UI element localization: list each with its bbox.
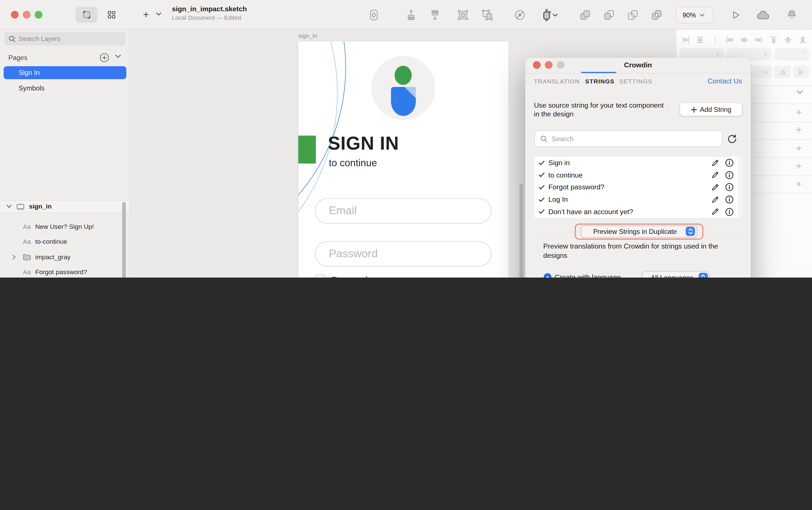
toggle-canvas-view-button[interactable] [76, 7, 97, 23]
symbol-icon[interactable] [367, 8, 381, 22]
add-style-button[interactable]: + [796, 160, 802, 172]
minimize-icon[interactable] [23, 11, 31, 19]
tab-settings[interactable]: SETTINGS [619, 78, 652, 84]
all-languages-dropdown[interactable]: All Languages [642, 271, 709, 277]
contact-us-link[interactable]: Contact Us [707, 77, 742, 85]
dialog-search-input[interactable]: Search [534, 130, 723, 147]
preview-strings-dropdown[interactable]: Preview Strings in Duplicate [581, 226, 697, 237]
notifications-button[interactable] [787, 0, 797, 30]
string-row[interactable]: to continue [534, 169, 743, 181]
collapse-pages-icon[interactable] [115, 54, 121, 59]
group-icon[interactable] [456, 8, 470, 22]
info-icon[interactable] [725, 207, 734, 216]
add-style-button[interactable]: + [796, 143, 802, 154]
ungroup-icon[interactable] [481, 8, 494, 22]
heading-accent-block [298, 136, 316, 163]
toggle-grid-view-button[interactable] [100, 7, 122, 23]
sign-in-artboard[interactable]: SIGN IN to continue Email Password Remem… [298, 41, 509, 277]
sidebar-page-symbols[interactable]: Symbols [4, 82, 126, 95]
string-row[interactable]: Forgot password? [534, 181, 743, 193]
tab-strings[interactable]: STRINGS [585, 78, 615, 84]
section-collapse-chevron-icon[interactable] [796, 90, 803, 95]
chevron-down-icon[interactable] [552, 8, 558, 22]
edit-pencil-icon[interactable] [711, 171, 719, 179]
create-with-language-radio[interactable] [544, 273, 552, 277]
search-icon [540, 135, 548, 143]
edit-pencil-icon[interactable] [711, 207, 719, 216]
mask-icon[interactable] [513, 8, 527, 22]
add-style-button[interactable]: + [796, 124, 802, 136]
cloud-sync-button[interactable] [756, 0, 770, 30]
move-forward-icon[interactable] [404, 8, 418, 22]
distribute-vertically-icon[interactable] [696, 36, 704, 44]
artboard-layer-header[interactable]: sign_in [0, 200, 129, 213]
preview-play-button[interactable] [732, 0, 741, 30]
boolean-intersect-icon[interactable] [626, 8, 640, 22]
sidebar-scrollbar[interactable] [122, 202, 126, 277]
align-middle-vertical-icon[interactable] [784, 36, 792, 44]
info-icon[interactable] [725, 171, 734, 179]
boolean-difference-icon[interactable] [650, 8, 663, 22]
info-icon[interactable] [725, 183, 734, 191]
edit-pencil-icon[interactable] [711, 183, 719, 191]
align-center-horizontal-icon[interactable] [740, 36, 748, 44]
check-icon [539, 185, 545, 190]
dialog-search-placeholder: Search [551, 135, 574, 143]
string-text: Log In [548, 196, 711, 204]
to-continue-subheading: to continue [329, 157, 377, 169]
boolean-subtract-icon[interactable] [602, 8, 616, 22]
sign-in-heading: SIGN IN [328, 132, 399, 154]
layer-row-new-user-sign-up-[interactable]: AaNew User? Sign Up! [0, 219, 125, 234]
zoom-level-value: 90% [683, 11, 696, 19]
string-text: Forgot password? [548, 183, 711, 191]
align-right-icon[interactable] [755, 36, 763, 44]
dropdown-stepper-icon [686, 227, 695, 236]
align-left-icon[interactable] [725, 36, 734, 44]
document-title-block: sign_in_impact.sketch Local Document — E… [172, 5, 247, 21]
layer-row-impact-gray[interactable]: impact_gray [0, 249, 125, 265]
add-page-button[interactable] [99, 53, 109, 63]
close-icon[interactable] [11, 11, 19, 19]
check-icon [539, 160, 545, 166]
layer-name: Forgot password? [35, 269, 87, 276]
insert-plus-button[interactable]: + [143, 9, 149, 21]
distribute-horizontally-icon[interactable] [682, 36, 690, 44]
preview-strings-highlight: Preview Strings in Duplicate [575, 223, 703, 240]
sidebar-page-sign-in[interactable]: Sign In [4, 66, 126, 79]
edit-pencil-icon[interactable] [711, 159, 719, 168]
info-icon[interactable] [725, 195, 734, 204]
boolean-union-icon[interactable] [579, 8, 592, 22]
layer-row-forgot-password-[interactable]: AaForgot password? [0, 265, 125, 277]
artboard-title-label[interactable]: sign_in [298, 33, 317, 39]
chevron-down-icon[interactable] [6, 205, 12, 209]
string-row[interactable]: Sign in [534, 157, 743, 169]
refresh-strings-button[interactable] [728, 134, 737, 143]
string-row[interactable]: Don’t have an account yet? [534, 206, 743, 218]
align-top-icon[interactable] [769, 36, 777, 44]
string-row[interactable]: Log In [534, 193, 743, 206]
strings-list-scrollbar[interactable] [738, 157, 743, 218]
zoom-icon[interactable] [35, 11, 42, 19]
search-layers-input[interactable]: Search Layers [4, 32, 126, 46]
info-icon[interactable] [725, 159, 734, 168]
layer-name: to-continue [35, 238, 67, 245]
zoom-level-dropdown[interactable]: 90% [676, 7, 714, 23]
add-string-button[interactable]: Add String [680, 103, 742, 116]
insert-chevron-icon[interactable] [156, 12, 162, 16]
chevron-right-icon[interactable] [12, 254, 16, 260]
move-backward-icon[interactable] [428, 8, 442, 22]
more-options-icon[interactable] [711, 36, 719, 44]
edit-pencil-icon[interactable] [711, 195, 719, 204]
tab-translation[interactable]: TRANSLATION [534, 78, 580, 84]
remember-me-checkbox[interactable] [316, 275, 326, 277]
layer-row-to-continue[interactable]: Aato-continue [0, 234, 125, 249]
add-style-button[interactable]: + [796, 179, 802, 190]
add-style-button[interactable]: + [796, 107, 802, 118]
password-field[interactable]: Password [315, 241, 491, 267]
text-layer-icon: Aa [23, 269, 31, 276]
canvas-view-icon [82, 10, 91, 19]
email-field[interactable]: Email [315, 198, 491, 223]
canvas-scrollbar[interactable] [519, 184, 523, 277]
insert-shape-icon[interactable] [540, 8, 554, 22]
align-bottom-icon[interactable] [799, 36, 807, 44]
